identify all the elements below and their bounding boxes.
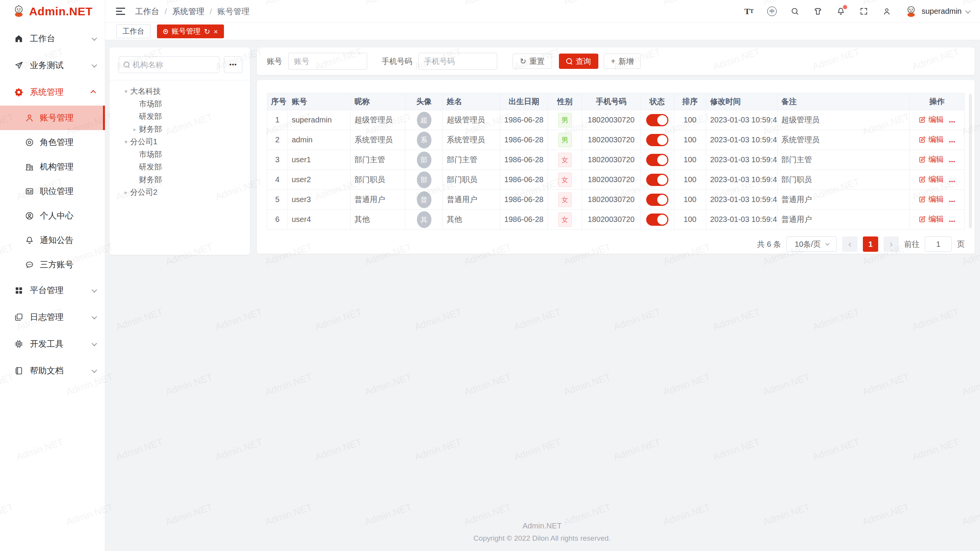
tree-node-label: 市场部 [139,99,162,109]
add-button[interactable]: + 新增 [604,54,641,69]
reset-button[interactable]: ↻ 重置 [513,54,552,69]
sidebar-item-role-mgmt[interactable]: 角色管理 [0,130,105,155]
row-more-button[interactable]: ••• [949,199,956,204]
sidebar-item-system[interactable]: 系统管理 [0,79,105,106]
status-toggle[interactable] [646,174,668,186]
gender-badge: 女 [558,173,572,187]
person-icon[interactable] [882,7,892,16]
tree-node[interactable]: 研发部 [113,110,246,123]
postcard-icon [24,186,34,196]
row-more-button[interactable]: ••• [949,119,956,125]
main-area: 工作台 / 系统管理 / 账号管理 TT 中 superadmin [105,0,980,551]
status-toggle[interactable] [646,214,668,226]
status-toggle[interactable] [646,154,668,166]
sidebar-item-org-mgmt[interactable]: 机构管理 [0,155,105,179]
logo-mascot-icon [12,4,25,19]
caret-right-icon[interactable] [131,126,139,133]
logo[interactable]: Admin.NET [0,0,105,23]
page-size-select[interactable]: 10条/页 [786,236,837,252]
row-more-button[interactable]: ••• [949,159,956,165]
status-toggle[interactable] [646,194,668,206]
language-icon[interactable]: 中 [767,7,777,16]
pagination: 共 6 条 10条/页 ‹ 1 › 前往 页 [267,236,965,257]
edit-button[interactable]: 编辑 [918,114,944,125]
tree-node[interactable]: 研发部 [113,161,246,173]
tab-bar: 工作台 账号管理 ↻ × [105,23,980,40]
tab-refresh-icon[interactable]: ↻ [204,28,210,35]
sidebar-item-help-docs[interactable]: 帮助文档 [0,357,105,384]
sidebar-item-notice[interactable]: 通知公告 [0,228,105,253]
breadcrumb-item[interactable]: 系统管理 [172,6,204,17]
sidebar-item-log[interactable]: 日志管理 [0,304,105,331]
tree-node[interactable]: 财务部 [113,123,246,135]
edit-button[interactable]: 编辑 [918,174,944,184]
next-page-button[interactable]: › [884,236,899,252]
gender-badge: 男 [558,133,572,147]
fullscreen-icon[interactable] [859,7,869,16]
col-actions: 操作 [910,93,965,110]
breadcrumb-separator: / [165,7,167,16]
current-page-button[interactable]: 1 [863,236,878,252]
caret-down-icon[interactable] [122,139,130,145]
breadcrumb-item[interactable]: 工作台 [135,6,159,17]
tab-account-mgmt[interactable]: 账号管理 ↻ × [157,24,224,38]
tree-node[interactable]: 市场部 [113,148,246,161]
status-toggle[interactable] [646,134,668,146]
sidebar-item-business-test[interactable]: 业务测试 [0,52,105,79]
chevron-down-icon [965,8,970,13]
account-label: 账号 [267,56,282,67]
tree-node[interactable]: 分公司1 [113,135,246,148]
row-more-button[interactable]: ••• [949,218,956,224]
org-search-box [119,56,219,73]
edit-button[interactable]: 编辑 [918,154,944,165]
phone-input[interactable] [418,53,497,70]
caret-right-icon[interactable] [122,189,130,196]
user-dropdown[interactable]: superadmin [905,4,969,19]
col-birthday: 出生日期 [500,93,548,110]
copy-docs-icon [14,312,24,322]
prev-page-button[interactable]: ‹ [842,236,858,252]
status-toggle[interactable] [646,114,668,126]
edit-button[interactable]: 编辑 [918,134,944,145]
search-icon [566,58,573,65]
username: superadmin [921,7,962,16]
gender-badge: 女 [558,153,572,167]
sidebar-item-third-party[interactable]: 三方账号 [0,253,105,277]
col-status: 状态 [640,93,674,110]
gender-badge: 男 [558,113,572,127]
person-circle-icon [24,211,34,221]
caret-down-icon[interactable] [122,88,130,95]
goto-page-input[interactable] [925,236,952,252]
tree-more-button[interactable]: ••• [224,56,242,73]
col-gender: 性别 [548,93,582,110]
edit-button[interactable]: 编辑 [918,214,944,224]
account-input[interactable] [288,53,367,70]
app-root: Admin.NET 工作台 业务测试 系统管理 账号管理 [0,0,980,551]
tree-node-label: 财务部 [139,174,162,185]
sidebar-item-account-mgmt[interactable]: 账号管理 [0,106,105,130]
theme-icon[interactable] [813,7,823,16]
sidebar-item-workbench[interactable]: 工作台 [0,25,105,52]
tree-node[interactable]: 财务部 [113,173,246,186]
org-search-input[interactable] [132,60,214,69]
menu-collapse-icon[interactable] [116,8,126,15]
notification-bell-icon[interactable] [836,7,846,16]
tree-node[interactable]: 分公司2 [113,186,246,199]
table-row: 6 user4 其他 其 其他 1986-06-28 女 18020030720 [267,210,965,230]
tab-close-icon[interactable]: × [214,28,218,35]
edit-button[interactable]: 编辑 [918,194,944,204]
sidebar-item-dev-tools[interactable]: 开发工具 [0,331,105,357]
search-icon[interactable] [790,7,800,16]
sidebar-item-position-mgmt[interactable]: 职位管理 [0,179,105,204]
tree-node[interactable]: 大名科技 [113,85,246,98]
tab-workbench[interactable]: 工作台 [116,24,150,38]
row-more-button[interactable]: ••• [949,139,956,145]
sidebar-item-platform[interactable]: 平台管理 [0,277,105,304]
row-more-button[interactable]: ••• [949,179,956,184]
query-button[interactable]: 查询 [559,54,598,69]
tree-node[interactable]: 市场部 [113,98,246,110]
table-scrollbar[interactable] [969,94,972,228]
sidebar-item-profile-center[interactable]: 个人中心 [0,204,105,228]
font-size-icon[interactable]: TT [744,7,754,16]
accounts-table-panel: 序号 账号 昵称 头像 姓名 出生日期 性别 手机号码 状态 排序 [257,80,975,254]
